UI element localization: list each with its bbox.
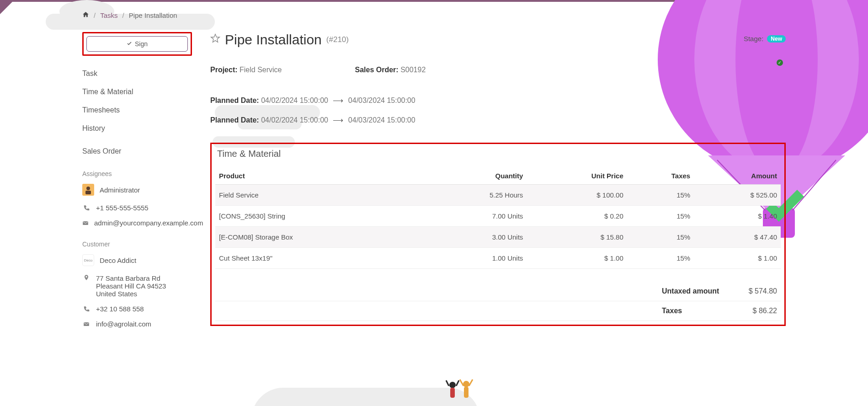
customer-logo: Deco — [82, 254, 94, 266]
check-badge-icon: ✓ — [777, 59, 783, 66]
planned-date-from: 04/02/2024 15:00:00 — [261, 116, 328, 124]
sidebar-item-task[interactable]: Task — [82, 69, 192, 78]
star-icon[interactable] — [210, 33, 220, 46]
time-material-heading: Time & Material — [215, 149, 781, 159]
breadcrumb: / Tasks / Pipe Installation — [82, 11, 786, 19]
svg-rect-7 — [450, 388, 455, 398]
svg-point-10 — [463, 381, 469, 387]
pin-icon — [82, 274, 91, 281]
highlight-sign-box: Sign — [82, 32, 192, 56]
phone-icon — [82, 205, 91, 211]
svg-rect-17 — [83, 221, 88, 224]
svg-line-9 — [456, 380, 459, 386]
avatar — [82, 184, 94, 196]
td-price: $ 15.80 — [527, 227, 627, 248]
th-unit-price: Unit Price — [527, 167, 627, 185]
untaxed-label: Untaxed amount — [662, 287, 730, 295]
breadcrumb-current: Pipe Installation — [129, 11, 177, 19]
td-taxes: 15% — [627, 206, 694, 227]
td-qty: 5.25 Hours — [422, 185, 527, 206]
customer-addr-line: Pleasant Hill CA 94523 — [96, 282, 166, 290]
arrow-icon: ⟶ — [333, 116, 343, 124]
customer-addr-line: United States — [96, 290, 166, 298]
th-quantity: Quantity — [422, 167, 527, 185]
page-title: Pipe Installation — [225, 32, 322, 48]
sales-order-value: S00192 — [400, 66, 426, 74]
planned-date-label: Planned Date: — [210, 116, 259, 124]
task-ref: (#210) — [326, 35, 349, 44]
breadcrumb-sep: / — [94, 11, 96, 19]
svg-line-13 — [469, 379, 473, 386]
check-icon — [127, 40, 132, 48]
sales-order-label: Sales Order: — [355, 66, 399, 74]
untaxed-value: $ 574.80 — [740, 287, 777, 295]
stage-badge: New — [767, 35, 786, 43]
time-material-panel: Time & Material Product Quantity Unit Pr… — [210, 143, 786, 326]
sidebar-nav: Task Time & Material Timesheets History — [82, 69, 192, 133]
svg-point-15 — [86, 187, 90, 190]
table-row: [E-COM08] Storage Box3.00 Units$ 15.8015… — [215, 227, 781, 248]
th-amount: Amount — [694, 167, 781, 185]
td-product: [CONS_25630] String — [215, 206, 422, 227]
svg-point-6 — [449, 382, 456, 388]
sidebar-item-history[interactable]: History — [82, 124, 192, 133]
td-product: Field Service — [215, 185, 422, 206]
assignee-email: admin@yourcompany.example.com — [94, 219, 203, 227]
td-qty: 1.00 Units — [422, 248, 527, 269]
assignee-phone: +1 555-555-5555 — [96, 204, 149, 212]
project-value: Field Service — [240, 66, 282, 74]
planned-date-to: 04/03/2024 15:00:00 — [348, 96, 415, 104]
stage-label: Stage: — [744, 35, 763, 43]
customer-addr-line: 77 Santa Barbara Rd — [96, 274, 166, 282]
svg-rect-16 — [85, 191, 91, 194]
planned-date-to: 04/03/2024 15:00:00 — [348, 116, 415, 124]
table-row: [CONS_25630] String7.00 Units$ 0.2015%$ … — [215, 206, 781, 227]
td-amount: $ 1.40 — [694, 206, 781, 227]
customer-email: info@agrolait.com — [96, 320, 151, 328]
phone-icon — [82, 306, 91, 312]
customer-heading: Customer — [82, 240, 192, 248]
td-taxes: 15% — [627, 248, 694, 269]
svg-rect-11 — [464, 387, 469, 398]
breadcrumb-tasks[interactable]: Tasks — [100, 11, 117, 19]
td-taxes: 15% — [627, 227, 694, 248]
home-icon — [82, 11, 89, 19]
sidebar-item-time-material[interactable]: Time & Material — [82, 88, 192, 96]
assignees-heading: Assignees — [82, 170, 192, 177]
svg-rect-18 — [84, 322, 89, 326]
td-price: $ 100.00 — [527, 185, 627, 206]
td-qty: 3.00 Units — [422, 227, 527, 248]
td-amount: $ 1.00 — [694, 248, 781, 269]
time-material-table: Product Quantity Unit Price Taxes Amount… — [215, 167, 781, 269]
mail-icon — [82, 220, 89, 226]
assignee-name: Administrator — [100, 186, 140, 194]
td-price: $ 1.00 — [527, 248, 627, 269]
td-amount: $ 47.40 — [694, 227, 781, 248]
td-amount: $ 525.00 — [694, 185, 781, 206]
table-row: Cut Sheet 13x19"1.00 Units$ 1.0015%$ 1.0… — [215, 248, 781, 269]
sidebar-item-sales-order[interactable]: Sales Order — [82, 147, 192, 155]
sidebar-item-timesheets[interactable]: Timesheets — [82, 106, 192, 114]
th-product: Product — [215, 167, 422, 185]
td-product: [E-COM08] Storage Box — [215, 227, 422, 248]
sign-button-label: Sign — [135, 40, 148, 48]
breadcrumb-sep: / — [122, 11, 124, 19]
td-qty: 7.00 Units — [422, 206, 527, 227]
taxes-value: $ 86.22 — [740, 307, 777, 315]
arrow-icon: ⟶ — [333, 96, 343, 104]
breadcrumb-home[interactable] — [82, 11, 89, 19]
mail-icon — [82, 321, 91, 327]
svg-line-8 — [446, 380, 449, 386]
customer-name: Deco Addict — [100, 256, 136, 264]
planned-date-from: 04/02/2024 15:00:00 — [261, 96, 328, 104]
table-row: Field Service5.25 Hours$ 100.0015%$ 525.… — [215, 185, 781, 206]
customer-phone: +32 10 588 558 — [96, 305, 144, 313]
planned-date-label: Planned Date: — [210, 96, 259, 104]
taxes-label: Taxes — [662, 307, 730, 315]
project-label: Project: — [210, 66, 238, 74]
td-product: Cut Sheet 13x19" — [215, 248, 422, 269]
td-price: $ 0.20 — [527, 206, 627, 227]
sign-button[interactable]: Sign — [86, 36, 188, 52]
people-illustration — [443, 377, 480, 406]
svg-line-12 — [460, 379, 463, 386]
